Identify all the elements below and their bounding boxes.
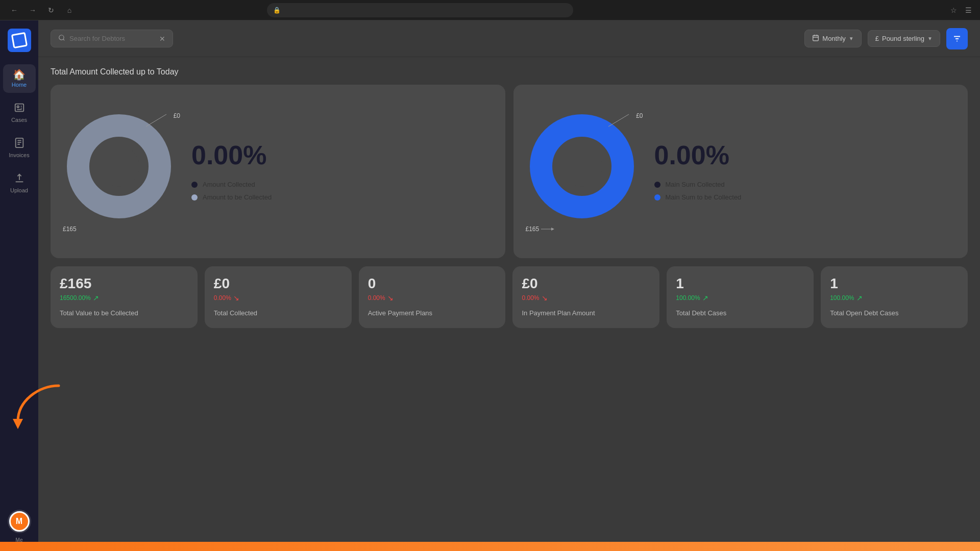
stat-label-1: Total Collected <box>214 309 342 318</box>
svg-rect-4 <box>813 35 819 41</box>
bottom-bar <box>0 542 980 551</box>
stat-card-open-debt: 1 100.00% ↗ Total Open Debt Cases <box>821 266 968 328</box>
stat-change-pct-0: 16500.00% <box>60 294 91 302</box>
filter-button[interactable] <box>946 28 968 49</box>
stat-label-2: Active Payment Plans <box>368 309 497 318</box>
stat-value-2: 0 <box>368 277 497 291</box>
home-icon: 🏠 <box>13 69 26 80</box>
invoices-icon <box>14 137 25 150</box>
upload-icon <box>14 172 25 185</box>
browser-icons: ☆ ☰ <box>950 6 972 14</box>
stat-value-4: 1 <box>676 277 804 291</box>
stat-card-total-collected: £0 0.00% ↘ Total Collected <box>205 266 352 328</box>
refresh-button[interactable]: ↻ <box>45 4 57 16</box>
svg-line-8 <box>146 114 166 127</box>
stat-card-debt-cases: 1 100.00% ↗ Total Debt Cases <box>667 266 814 328</box>
page-title: Total Amount Collected up to Today <box>51 67 968 77</box>
stat-up-icon-0: ↗ <box>93 294 99 302</box>
right-chart-percent: 0.00% <box>654 142 956 168</box>
stat-card-payment-plan: £0 0.00% ↘ In Payment Plan Amount <box>512 266 659 328</box>
stat-label-3: In Payment Plan Amount <box>522 309 650 318</box>
stat-change-pct-1: 0.00% <box>214 294 231 302</box>
back-button[interactable]: ← <box>8 4 20 16</box>
stat-change-0: 16500.00% ↗ <box>60 294 188 302</box>
charts-row: £0 £165 0.00% <box>51 85 968 258</box>
stat-value-1: £0 <box>214 277 342 291</box>
legend-label-main-collected: Main Sum Collected <box>666 181 725 188</box>
legend-item-main-collected: Main Sum Collected <box>654 181 956 188</box>
svg-point-10 <box>99 146 139 187</box>
left-chart-percent: 0.00% <box>191 142 493 168</box>
chart-card-left: £0 £165 0.00% <box>51 85 505 258</box>
monthly-chevron-icon: ▼ <box>849 36 854 41</box>
left-chart-legend: Amount Collected Amount to be Collected <box>191 181 493 201</box>
forward-button[interactable]: → <box>27 4 39 16</box>
pound-icon: £ <box>875 35 879 42</box>
star-icon[interactable]: ☆ <box>950 6 957 14</box>
user-avatar-container[interactable]: M <box>8 510 31 533</box>
stat-change-pct-5: 100.00% <box>830 294 854 302</box>
right-chart-info: 0.00% Main Sum Collected Main Sum to be … <box>654 142 956 201</box>
stat-card-active-plans: 0 0.00% ↘ Active Payment Plans <box>359 266 506 328</box>
stat-value-5: 1 <box>830 277 959 291</box>
stat-value-3: £0 <box>522 277 650 291</box>
calendar-icon <box>812 34 819 43</box>
stat-down-icon-2: ↘ <box>387 294 394 302</box>
sidebar-bottom: M Me <box>8 510 31 543</box>
legend-label-collected: Amount Collected <box>203 181 255 188</box>
left-chart-top-label: £0 <box>174 112 180 119</box>
chart-card-right: £0 £165 <box>513 85 968 258</box>
stat-card-total-value: £165 16500.00% ↗ Total Value to be Colle… <box>51 266 198 328</box>
legend-label-to-collect: Amount to be Collected <box>203 193 272 201</box>
search-input[interactable] <box>69 35 155 42</box>
stat-up-icon-4: ↗ <box>702 294 708 302</box>
home-button[interactable]: ⌂ <box>63 4 76 16</box>
top-bar: ✕ Monthly ▼ £ Pound sterling ▼ <box>38 20 980 57</box>
sidebar-item-upload[interactable]: Upload <box>3 167 36 198</box>
svg-point-1 <box>17 106 19 108</box>
left-chart-info: 0.00% Amount Collected Amount to be Coll… <box>191 142 493 201</box>
user-avatar[interactable]: M <box>9 511 30 532</box>
browser-chrome: ← → ↻ ⌂ 🔒 ☆ ☰ <box>0 0 980 20</box>
monthly-dropdown[interactable]: Monthly ▼ <box>804 30 861 47</box>
currency-chevron-icon: ▼ <box>927 36 933 41</box>
sidebar-label-cases: Cases <box>11 117 27 123</box>
svg-point-3 <box>59 35 64 40</box>
currency-dropdown[interactable]: £ Pound sterling ▼ <box>868 30 940 47</box>
right-chart-legend: Main Sum Collected Main Sum to be Collec… <box>654 181 956 201</box>
stat-down-icon-3: ↘ <box>542 294 548 302</box>
sidebar-label-home: Home <box>12 82 27 88</box>
cases-icon <box>14 102 25 115</box>
left-chart-bottom-label: £165 <box>63 226 77 233</box>
sidebar-item-cases[interactable]: Cases <box>3 97 36 128</box>
currency-label: Pound sterling <box>882 35 924 42</box>
page-body: Total Amount Collected up to Today £0 <box>38 57 980 338</box>
stat-change-5: 100.00% ↗ <box>830 294 959 302</box>
stat-label-4: Total Debt Cases <box>676 309 804 318</box>
legend-item-collected: Amount Collected <box>191 181 493 188</box>
legend-dot-main-collected <box>654 182 660 188</box>
stat-up-icon-5: ↗ <box>856 294 863 302</box>
sidebar-label-invoices: Invoices <box>9 152 29 158</box>
svg-rect-0 <box>15 104 23 112</box>
legend-item-main-to-collect: Main Sum to be Collected <box>654 193 956 201</box>
logo <box>8 29 31 52</box>
monthly-label: Monthly <box>822 35 846 42</box>
legend-dot-main-to-collect <box>654 194 660 201</box>
stat-change-pct-2: 0.00% <box>368 294 385 302</box>
extensions-icon[interactable]: ☰ <box>965 6 972 14</box>
legend-dot-to-collect <box>191 194 198 201</box>
legend-label-main-to-collect: Main Sum to be Collected <box>666 193 742 201</box>
app-container: 🏠 Home Cases Invoices <box>0 20 980 551</box>
search-clear-icon[interactable]: ✕ <box>159 35 165 43</box>
sidebar-label-upload: Upload <box>10 187 28 193</box>
sidebar-item-home[interactable]: 🏠 Home <box>3 64 36 93</box>
search-box[interactable]: ✕ <box>51 30 173 47</box>
svg-line-11 <box>608 114 629 127</box>
right-chart-bottom-label: £165 <box>526 226 540 233</box>
svg-marker-15 <box>551 228 554 231</box>
stat-label-0: Total Value to be Collected <box>60 309 188 318</box>
stat-change-pct-4: 100.00% <box>676 294 700 302</box>
sidebar-item-invoices[interactable]: Invoices <box>3 132 36 163</box>
main-content: ✕ Monthly ▼ £ Pound sterling ▼ <box>38 20 980 551</box>
